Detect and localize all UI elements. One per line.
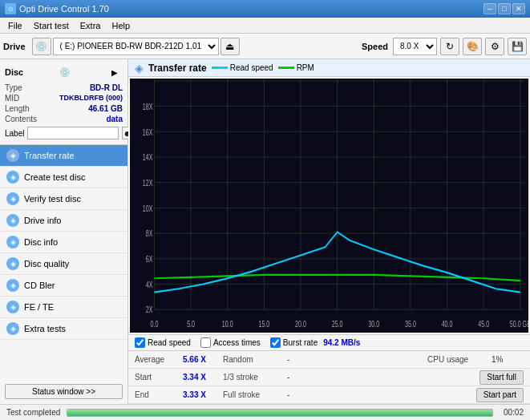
disc-mid-row: MID TDKBLDRFB (000) <box>5 94 123 103</box>
legend-read-speed: Read speed <box>212 63 273 72</box>
menu-help[interactable]: Help <box>107 19 135 32</box>
menu-bar: File Start test Extra Help <box>0 18 530 34</box>
disc-length-label: Length <box>5 104 30 113</box>
stroke13-label: 1/3 stroke <box>223 373 287 382</box>
color-btn[interactable]: 🎨 <box>463 38 482 55</box>
refresh-btn[interactable]: ↻ <box>440 38 459 55</box>
burst-rate-value: 94.2 MB/s <box>323 338 360 347</box>
average-value: 5.66 X <box>183 355 223 364</box>
ctrl-read-speed[interactable]: Read speed <box>135 337 191 348</box>
nav-label-extra: Extra tests <box>24 324 66 333</box>
stats-row-start: Start 3.34 X 1/3 stroke - Start full <box>128 369 530 386</box>
nav-label-cd-bler: CD Bler <box>24 281 55 290</box>
nav-icon-disc-quality: ◈ <box>6 257 19 270</box>
menu-start-test[interactable]: Start test <box>29 19 74 32</box>
close-button[interactable]: ✕ <box>512 3 525 14</box>
disc-type-value: BD-R DL <box>90 83 123 92</box>
random-label: Random <box>223 355 287 364</box>
nav-item-extra-tests[interactable]: ◈ Extra tests <box>0 318 127 340</box>
menu-file[interactable]: File <box>3 19 27 32</box>
svg-text:15.0: 15.0 <box>258 320 269 329</box>
random-value: - <box>287 355 427 364</box>
nav-item-verify-test-disc[interactable]: ◈ Verify test disc <box>0 188 127 210</box>
svg-text:35.0: 35.0 <box>405 320 416 329</box>
disc-label-input[interactable] <box>27 127 119 139</box>
nav-item-disc-info[interactable]: ◈ Disc info <box>0 232 127 253</box>
eject-btn[interactable]: ⏏ <box>220 38 240 55</box>
disc-icon: 💿 <box>57 64 73 80</box>
start-part-btn[interactable]: Start part <box>476 388 524 402</box>
chart-header: ◈ Transfer rate Read speed RPM <box>128 59 530 77</box>
speed-label: Speed <box>362 42 388 51</box>
ctrl-access-times[interactable]: Access times <box>200 337 261 348</box>
svg-text:14X: 14X <box>143 153 153 163</box>
cpu-usage-value: 1% <box>492 355 524 364</box>
speed-select[interactable]: 8.0 X <box>393 38 437 55</box>
drive-selector-wrap: 💿 ( E:) PIONEER BD-RW BDR-212D 1.01 ⏏ <box>32 38 240 55</box>
nav-icon-fe-te: ◈ <box>6 301 19 313</box>
disc-type-row: Type BD-R DL <box>5 83 123 92</box>
disc-arrow-icon[interactable]: ▶ <box>107 64 123 80</box>
svg-text:6X: 6X <box>146 255 153 265</box>
title-bar: ⊙ Opti Drive Control 1.70 ─ □ ✕ <box>0 0 530 18</box>
drive-select[interactable]: ( E:) PIONEER BD-RW BDR-212D 1.01 <box>53 38 219 55</box>
checkbox-access-times[interactable] <box>200 337 211 348</box>
left-panel: Disc 💿 ▶ Type BD-R DL MID TDKBLDRFB (000… <box>0 59 128 404</box>
minimize-button[interactable]: ─ <box>483 3 496 14</box>
nav-item-cd-bler[interactable]: ◈ CD Bler <box>0 275 127 297</box>
ctrl-burst-rate-label: Burst rate <box>283 338 318 347</box>
legend-rpm: RPM <box>278 63 314 72</box>
full-stroke-value: - <box>287 390 380 399</box>
app-icon: ⊙ <box>5 3 16 14</box>
nav-label-drive-info: Drive info <box>24 216 61 225</box>
save-btn[interactable]: 💾 <box>508 38 527 55</box>
legend-read-speed-label: Read speed <box>230 63 273 72</box>
legend-rpm-color <box>278 67 294 69</box>
ctrl-burst-rate[interactable]: Burst rate 94.2 MB/s <box>270 337 361 348</box>
menu-extra[interactable]: Extra <box>75 19 106 32</box>
disc-section-title: Disc <box>5 67 23 77</box>
disc-section: Disc 💿 ▶ Type BD-R DL MID TDKBLDRFB (000… <box>0 59 127 145</box>
nav-label-create: Create test disc <box>24 172 85 182</box>
nav-icon-extra: ◈ <box>6 322 19 335</box>
stroke13-value: - <box>287 373 383 382</box>
nav-item-fe-te[interactable]: ◈ FE / TE <box>0 297 127 318</box>
chart-controls: Read speed Access times Burst rate 94.2 … <box>128 334 530 350</box>
right-panel: ◈ Transfer rate Read speed RPM <box>128 59 530 404</box>
disc-contents-row: Contents data <box>5 115 123 123</box>
nav-item-transfer-rate[interactable]: ◈ Transfer rate <box>0 145 127 167</box>
checkbox-burst-rate[interactable] <box>270 337 281 348</box>
nav-icon-create: ◈ <box>6 171 19 184</box>
end-value: 3.33 X <box>183 390 223 399</box>
checkbox-read-speed[interactable] <box>135 337 145 348</box>
drive-label: Drive <box>3 42 26 51</box>
maximize-button[interactable]: □ <box>498 3 511 14</box>
disc-mid-label: MID <box>5 94 19 103</box>
svg-text:18X: 18X <box>143 103 153 112</box>
svg-text:40.0: 40.0 <box>442 320 453 329</box>
svg-text:0.0: 0.0 <box>150 320 158 329</box>
stats-row-end: End 3.33 X Full stroke - Start part <box>128 386 530 404</box>
ctrl-access-times-label: Access times <box>213 338 261 347</box>
svg-text:12X: 12X <box>143 179 153 188</box>
status-window-btn[interactable]: Status window >> <box>5 384 123 399</box>
disc-label-row: Label ☻ <box>5 127 123 139</box>
settings-btn[interactable]: ⚙ <box>485 38 504 55</box>
chart-title: Transfer rate <box>148 63 207 74</box>
status-text: Test completed <box>6 408 60 417</box>
svg-text:30.0: 30.0 <box>368 320 379 329</box>
start-full-btn[interactable]: Start full <box>479 370 524 385</box>
nav-item-create-test-disc[interactable]: ◈ Create test disc <box>0 167 127 188</box>
nav-item-disc-quality[interactable]: ◈ Disc quality <box>0 253 127 275</box>
svg-text:5.0: 5.0 <box>187 320 195 329</box>
nav-label-disc-quality: Disc quality <box>24 259 69 269</box>
nav-icon-verify: ◈ <box>6 192 19 205</box>
chart-svg: 2X 4X 6X 8X 10X 12X 14X 16X 18X 0.0 5.0 … <box>130 79 528 333</box>
legend-read-speed-color <box>212 67 228 69</box>
svg-text:50.0 GB: 50.0 GB <box>510 320 528 329</box>
svg-text:45.0: 45.0 <box>478 320 489 329</box>
app-title: Opti Drive Control 1.70 <box>19 4 109 14</box>
svg-text:16X: 16X <box>143 127 153 137</box>
nav-item-drive-info[interactable]: ◈ Drive info <box>0 210 127 232</box>
main-content: Disc 💿 ▶ Type BD-R DL MID TDKBLDRFB (000… <box>0 59 530 404</box>
